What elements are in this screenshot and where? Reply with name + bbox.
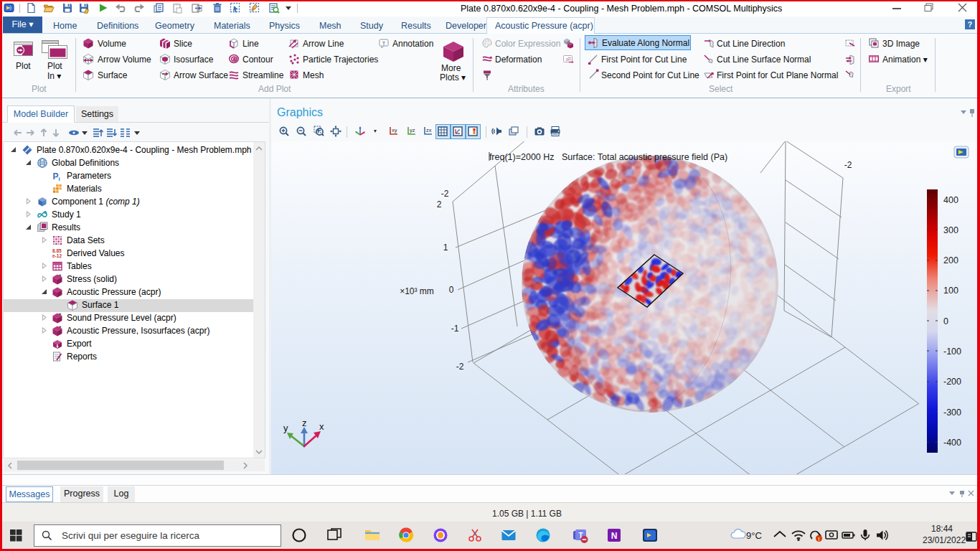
svg-text:T: T [382,40,386,47]
svg-text:-200: -200 [943,377,961,387]
svg-text:*: * [59,325,62,331]
svg-text:-100: -100 [943,347,961,357]
svg-text:100: 100 [943,286,958,296]
svg-text:x: x [319,421,324,432]
svg-text:-2: -2 [441,189,449,199]
svg-text:freq(1)=2000 Hz Surface: Tot: freq(1)=2000 Hz Surface: Total acoustic … [489,152,727,162]
svg-text:!: ! [818,537,819,542]
svg-text:z: z [302,418,307,428]
svg-text:-2: -2 [844,160,852,170]
svg-text:y: y [283,423,288,433]
svg-text:e-12: e-12 [52,253,62,258]
svg-text:-400: -400 [943,438,961,448]
svg-text:0: 0 [943,316,948,326]
svg-text:P: P [53,171,59,182]
svg-text:yz: yz [410,127,415,133]
svg-text:300: 300 [943,225,958,235]
svg-text:8.85: 8.85 [52,248,62,253]
svg-text:×10³ mm: ×10³ mm [400,286,434,296]
svg-text:-300: -300 [943,408,961,418]
svg-text:xy: xy [392,127,397,133]
svg-text:N: N [611,531,618,541]
svg-text:-2: -2 [456,362,464,372]
svg-text:*: * [59,273,62,280]
svg-text:0: 0 [449,285,454,295]
svg-text:1: 1 [443,242,448,253]
svg-text:zx: zx [426,127,432,133]
svg-text:*: * [59,312,62,319]
svg-text:i: i [59,176,60,182]
svg-text:400: 400 [943,195,958,205]
svg-text:2: 2 [437,199,442,209]
svg-text:200: 200 [943,255,958,265]
svg-text:-1: -1 [451,324,459,334]
